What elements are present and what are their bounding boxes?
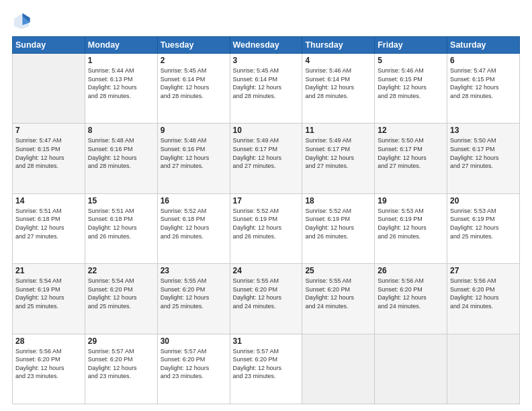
weekday-header: Wednesday xyxy=(230,37,302,54)
day-number: 15 xyxy=(88,196,154,205)
calendar-cell: 31Sunrise: 5:57 AM Sunset: 6:20 PM Dayli… xyxy=(230,334,302,404)
logo xyxy=(12,12,34,31)
day-number: 25 xyxy=(305,266,371,275)
day-info: Sunrise: 5:45 AM Sunset: 6:14 PM Dayligh… xyxy=(233,66,300,100)
day-number: 7 xyxy=(15,126,82,135)
calendar-cell: 3Sunrise: 5:45 AM Sunset: 6:14 PM Daylig… xyxy=(230,54,302,124)
calendar-cell: 22Sunrise: 5:54 AM Sunset: 6:20 PM Dayli… xyxy=(85,264,157,334)
calendar-cell: 29Sunrise: 5:57 AM Sunset: 6:20 PM Dayli… xyxy=(85,334,157,404)
calendar-cell: 7Sunrise: 5:47 AM Sunset: 6:15 PM Daylig… xyxy=(13,124,85,193)
header xyxy=(12,12,520,31)
day-number: 5 xyxy=(378,56,444,65)
day-number: 3 xyxy=(233,56,300,65)
calendar-week: 21Sunrise: 5:54 AM Sunset: 6:19 PM Dayli… xyxy=(13,264,520,334)
day-number: 26 xyxy=(378,266,444,275)
calendar-cell: 12Sunrise: 5:50 AM Sunset: 6:17 PM Dayli… xyxy=(375,124,447,193)
calendar-cell: 30Sunrise: 5:57 AM Sunset: 6:20 PM Dayli… xyxy=(157,334,230,404)
calendar-week: 1Sunrise: 5:44 AM Sunset: 6:13 PM Daylig… xyxy=(13,54,520,124)
calendar-cell: 9Sunrise: 5:48 AM Sunset: 6:16 PM Daylig… xyxy=(157,124,230,193)
calendar-cell: 2Sunrise: 5:45 AM Sunset: 6:14 PM Daylig… xyxy=(157,54,230,124)
day-number: 11 xyxy=(305,126,371,135)
day-number: 18 xyxy=(305,196,371,205)
calendar-cell: 21Sunrise: 5:54 AM Sunset: 6:19 PM Dayli… xyxy=(13,264,85,334)
day-info: Sunrise: 5:54 AM Sunset: 6:19 PM Dayligh… xyxy=(15,277,82,310)
calendar-header: SundayMondayTuesdayWednesdayThursdayFrid… xyxy=(13,37,520,54)
calendar-cell: 13Sunrise: 5:50 AM Sunset: 6:17 PM Dayli… xyxy=(447,124,520,193)
day-info: Sunrise: 5:56 AM Sunset: 6:20 PM Dayligh… xyxy=(378,277,444,310)
calendar-cell: 16Sunrise: 5:52 AM Sunset: 6:18 PM Dayli… xyxy=(157,193,230,263)
calendar-cell: 27Sunrise: 5:56 AM Sunset: 6:20 PM Dayli… xyxy=(447,264,520,334)
weekday-header: Thursday xyxy=(302,37,375,54)
calendar-week: 14Sunrise: 5:51 AM Sunset: 6:18 PM Dayli… xyxy=(13,193,520,263)
day-info: Sunrise: 5:45 AM Sunset: 6:14 PM Dayligh… xyxy=(161,66,227,100)
day-info: Sunrise: 5:57 AM Sunset: 6:20 PM Dayligh… xyxy=(161,347,227,381)
day-number: 20 xyxy=(450,196,517,205)
day-number: 23 xyxy=(161,266,227,275)
calendar-cell: 1Sunrise: 5:44 AM Sunset: 6:13 PM Daylig… xyxy=(85,54,157,124)
calendar-cell: 10Sunrise: 5:49 AM Sunset: 6:17 PM Dayli… xyxy=(230,124,302,193)
day-info: Sunrise: 5:57 AM Sunset: 6:20 PM Dayligh… xyxy=(233,347,300,381)
day-info: Sunrise: 5:52 AM Sunset: 6:18 PM Dayligh… xyxy=(161,207,227,240)
day-number: 28 xyxy=(15,336,82,346)
day-info: Sunrise: 5:55 AM Sunset: 6:20 PM Dayligh… xyxy=(161,277,227,310)
day-number: 19 xyxy=(378,196,444,205)
day-number: 4 xyxy=(305,56,371,65)
day-number: 17 xyxy=(233,196,300,205)
calendar-cell: 20Sunrise: 5:53 AM Sunset: 6:19 PM Dayli… xyxy=(447,193,520,263)
weekday-header: Tuesday xyxy=(157,37,230,54)
calendar-body: 1Sunrise: 5:44 AM Sunset: 6:13 PM Daylig… xyxy=(13,54,520,404)
logo-icon xyxy=(12,12,31,31)
day-number: 29 xyxy=(88,336,154,346)
calendar-cell: 24Sunrise: 5:55 AM Sunset: 6:20 PM Dayli… xyxy=(230,264,302,334)
day-info: Sunrise: 5:54 AM Sunset: 6:20 PM Dayligh… xyxy=(88,277,154,310)
day-info: Sunrise: 5:47 AM Sunset: 6:15 PM Dayligh… xyxy=(450,66,517,100)
day-info: Sunrise: 5:51 AM Sunset: 6:18 PM Dayligh… xyxy=(88,207,154,240)
day-number: 9 xyxy=(161,126,227,135)
day-number: 16 xyxy=(161,196,227,205)
day-number: 1 xyxy=(88,56,154,65)
day-info: Sunrise: 5:49 AM Sunset: 6:17 PM Dayligh… xyxy=(305,136,371,170)
calendar-cell: 19Sunrise: 5:53 AM Sunset: 6:19 PM Dayli… xyxy=(375,193,447,263)
calendar-week: 28Sunrise: 5:56 AM Sunset: 6:20 PM Dayli… xyxy=(13,334,520,404)
calendar-cell: 28Sunrise: 5:56 AM Sunset: 6:20 PM Dayli… xyxy=(13,334,85,404)
day-info: Sunrise: 5:56 AM Sunset: 6:20 PM Dayligh… xyxy=(15,347,82,381)
calendar-cell xyxy=(375,334,447,404)
day-number: 10 xyxy=(233,126,300,135)
calendar-table: SundayMondayTuesdayWednesdayThursdayFrid… xyxy=(12,36,520,404)
day-info: Sunrise: 5:55 AM Sunset: 6:20 PM Dayligh… xyxy=(233,277,300,310)
day-number: 2 xyxy=(161,56,227,65)
calendar-cell: 15Sunrise: 5:51 AM Sunset: 6:18 PM Dayli… xyxy=(85,193,157,263)
day-info: Sunrise: 5:56 AM Sunset: 6:20 PM Dayligh… xyxy=(450,277,517,310)
day-number: 31 xyxy=(233,336,300,346)
day-info: Sunrise: 5:48 AM Sunset: 6:16 PM Dayligh… xyxy=(161,136,227,170)
day-number: 27 xyxy=(450,266,517,275)
day-info: Sunrise: 5:50 AM Sunset: 6:17 PM Dayligh… xyxy=(378,136,444,170)
calendar-cell: 18Sunrise: 5:52 AM Sunset: 6:19 PM Dayli… xyxy=(302,193,375,263)
day-number: 6 xyxy=(450,56,517,65)
calendar-cell: 11Sunrise: 5:49 AM Sunset: 6:17 PM Dayli… xyxy=(302,124,375,193)
calendar-cell xyxy=(13,54,85,124)
day-info: Sunrise: 5:53 AM Sunset: 6:19 PM Dayligh… xyxy=(450,207,517,240)
day-number: 21 xyxy=(15,266,82,275)
weekday-header: Saturday xyxy=(447,37,520,54)
weekday-row: SundayMondayTuesdayWednesdayThursdayFrid… xyxy=(13,37,520,54)
calendar-cell xyxy=(447,334,520,404)
calendar-cell: 14Sunrise: 5:51 AM Sunset: 6:18 PM Dayli… xyxy=(13,193,85,263)
day-number: 13 xyxy=(450,126,517,135)
day-info: Sunrise: 5:49 AM Sunset: 6:17 PM Dayligh… xyxy=(233,136,300,170)
day-info: Sunrise: 5:46 AM Sunset: 6:15 PM Dayligh… xyxy=(378,66,444,100)
calendar-cell: 6Sunrise: 5:47 AM Sunset: 6:15 PM Daylig… xyxy=(447,54,520,124)
day-number: 8 xyxy=(88,126,154,135)
day-number: 12 xyxy=(378,126,444,135)
day-number: 14 xyxy=(15,196,82,205)
day-number: 30 xyxy=(161,336,227,346)
day-number: 24 xyxy=(233,266,300,275)
weekday-header: Sunday xyxy=(13,37,85,54)
day-info: Sunrise: 5:48 AM Sunset: 6:16 PM Dayligh… xyxy=(88,136,154,170)
calendar-cell: 5Sunrise: 5:46 AM Sunset: 6:15 PM Daylig… xyxy=(375,54,447,124)
day-info: Sunrise: 5:53 AM Sunset: 6:19 PM Dayligh… xyxy=(378,207,444,240)
page: SundayMondayTuesdayWednesdayThursdayFrid… xyxy=(0,0,532,411)
calendar-cell: 17Sunrise: 5:52 AM Sunset: 6:19 PM Dayli… xyxy=(230,193,302,263)
weekday-header: Monday xyxy=(85,37,157,54)
weekday-header: Friday xyxy=(375,37,447,54)
